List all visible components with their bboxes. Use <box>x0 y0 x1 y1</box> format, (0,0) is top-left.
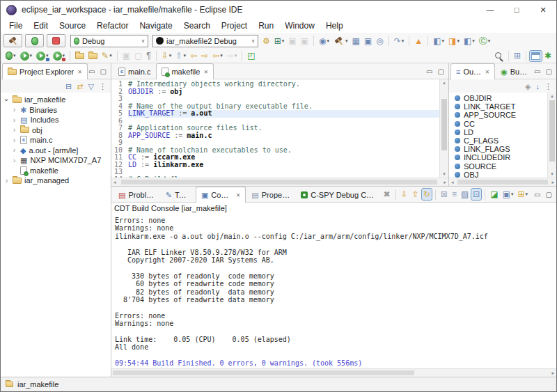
search-source-icon[interactable]: ◎ <box>375 36 384 47</box>
link-with-editor-icon[interactable]: ⇄ <box>75 81 84 92</box>
menu-edit[interactable]: Edit <box>28 19 54 32</box>
tab-tasks[interactable]: ✎Tasks <box>160 187 196 202</box>
back-curved-icon[interactable]: ⇦ <box>189 50 198 61</box>
sort-alphabetically-icon[interactable]: ↓ <box>535 81 542 92</box>
show-whitespace-icon[interactable]: ¶ <box>145 50 152 61</box>
clear-console-icon[interactable]: ▨ <box>460 189 470 200</box>
open-perspective-icon[interactable]: ⊞ <box>512 50 522 61</box>
new-window-icon[interactable]: ◰ <box>246 50 256 61</box>
outline-item-app-source[interactable]: APP_SOURCE <box>449 111 547 119</box>
next-annotation-icon[interactable]: ⇧▾ <box>174 50 187 61</box>
tree-collapsed-arrow-icon[interactable]: › <box>11 137 17 143</box>
scrollbar-thumb[interactable] <box>457 180 548 185</box>
tree-collapsed-arrow-icon[interactable]: › <box>11 157 17 164</box>
tab-project-explorer[interactable]: Project Explorer✕ <box>2 63 88 79</box>
profile-icon[interactable]: ▾ <box>52 50 67 62</box>
tree-item-makefile[interactable]: makefile <box>1 166 111 176</box>
build-config-combo[interactable]: Debug ∨ <box>70 35 148 47</box>
tab-makefile[interactable]: makefile✕ <box>156 63 214 79</box>
new-file-wizard-icon[interactable]: ◧▾ <box>462 36 476 47</box>
launch-group-icon[interactable]: Ⓒ▾ <box>478 36 492 47</box>
tree-item-iar-makefile[interactable]: ›iar_makefile <box>1 95 111 105</box>
view-menu-icon[interactable]: ⋮ <box>97 81 108 92</box>
maximize-view-icon[interactable]: ▢ <box>100 68 107 75</box>
tree-item-nxp-mcimx7d7-a7[interactable]: ›▦NXP MCIMX7D7_A7 <box>1 155 111 166</box>
mark-occurrences-icon[interactable]: ✎▾ <box>100 50 113 61</box>
menu-run[interactable]: Run <box>253 19 279 32</box>
menu-project[interactable]: Project <box>216 19 253 32</box>
maximize-view-icon[interactable]: ▢ <box>546 191 552 198</box>
tree-collapsed-arrow-icon[interactable]: › <box>11 127 17 133</box>
close-console-icon[interactable]: ✖ <box>382 189 392 200</box>
console-output[interactable]: Errors: noneWarnings: noneilinkarm.exe -… <box>111 214 556 368</box>
new-cpp-project-icon[interactable]: ◨▾ <box>447 36 461 47</box>
outline-horizontal-scrollbar[interactable]: ◂ ▸ <box>449 178 556 186</box>
tab-properties[interactable]: ▤Properties <box>246 187 295 202</box>
outline-item-source[interactable]: SOURCE <box>449 162 547 171</box>
debug-perspective-button[interactable]: ✱ <box>543 50 553 61</box>
iar-build-button[interactable] <box>3 34 22 47</box>
tree-item-main-c[interactable]: ›main.c <box>1 135 111 146</box>
editor-vertical-scrollbar[interactable]: ▴ ▾ <box>439 79 448 178</box>
minimize-view-icon[interactable]: ▭ <box>426 68 432 75</box>
tree-item-obj[interactable]: ›obj <box>1 125 111 136</box>
tree-collapsed-arrow-icon[interactable]: › <box>11 117 17 123</box>
debug-config-icon[interactable]: ◉▾ <box>317 36 331 47</box>
build-all-icon[interactable]: ▦ <box>351 36 361 47</box>
menu-window[interactable]: Window <box>279 19 320 32</box>
scrollbar-thumb[interactable] <box>121 180 437 185</box>
custom-filter-icon[interactable]: ◈ <box>524 81 532 92</box>
search-icon[interactable] <box>493 50 505 62</box>
tree-item-iar-managed[interactable]: ›iar_managed <box>1 175 111 186</box>
new-c-project-icon[interactable]: ◧▾ <box>432 36 446 47</box>
word-wrap-icon[interactable]: ≡ <box>450 189 458 200</box>
launch-settings-button[interactable]: ⚙ <box>261 36 272 47</box>
display-console-icon[interactable]: ▣▾ <box>501 189 515 200</box>
run-coverage-icon[interactable]: ▾ <box>35 50 50 62</box>
open-console-icon[interactable]: ⊞▾ <box>517 189 530 200</box>
outline-vertical-scrollbar[interactable]: ▴ ▾ <box>547 93 556 178</box>
iar-debug-button[interactable] <box>25 34 44 47</box>
outline-item-includedir[interactable]: INCLUDEDIR <box>449 153 547 162</box>
next-error-icon[interactable]: ⇩ <box>400 189 409 200</box>
editor-horizontal-scrollbar[interactable]: ◂ ▸ <box>111 178 448 186</box>
tab-build-targets[interactable]: ◉Build... <box>495 63 534 79</box>
tree-item-includes[interactable]: ›▤Includes <box>1 115 111 125</box>
tab-console[interactable]: ▣Console✕ <box>196 187 246 203</box>
minimize-view-icon[interactable]: ▭ <box>534 68 540 75</box>
tab-main-c[interactable]: main.c <box>113 63 156 79</box>
minimize-view-icon[interactable]: ▭ <box>534 191 540 198</box>
iar-stop-button[interactable] <box>47 34 65 47</box>
run-icon[interactable]: ▾ <box>19 50 34 62</box>
outline-item-link-target[interactable]: LINK_TARGET <box>449 102 547 111</box>
open-folder-icon[interactable] <box>74 52 86 61</box>
tab-problems[interactable]: ▤Problems <box>113 187 160 202</box>
last-edit-location-icon[interactable]: ⇩▾ <box>160 50 173 61</box>
scrollbar-thumb[interactable] <box>441 99 447 150</box>
scroll-lock-icon[interactable]: ⊡ <box>471 189 481 200</box>
minimize-button[interactable]: — <box>477 1 503 19</box>
outline-item-objdir[interactable]: OBJDIR <box>449 94 547 102</box>
editor-content[interactable]: 1# Intermediary objects working director… <box>111 79 439 178</box>
menu-search[interactable]: Search <box>178 19 216 32</box>
previous-error-icon[interactable]: ⇧ <box>411 189 421 200</box>
maximize-view-icon[interactable]: ▢ <box>438 68 444 75</box>
build-icon[interactable]: ▾ <box>332 35 350 47</box>
close-button[interactable]: ✕ <box>530 1 556 19</box>
menu-help[interactable]: Help <box>320 19 349 32</box>
tab-cspy-debug-console[interactable]: C-SPY Debug Console <box>295 187 381 202</box>
tree-collapsed-arrow-icon[interactable]: › <box>11 107 17 113</box>
menu-source[interactable]: Source <box>54 19 91 32</box>
tree-collapsed-arrow-icon[interactable]: › <box>11 147 17 153</box>
new-wizard-icon[interactable]: ⊞▾ <box>273 36 286 47</box>
menu-navigate[interactable]: Navigate <box>134 19 178 32</box>
scrollbar-thumb[interactable] <box>113 370 414 375</box>
lock-scroll-icon[interactable]: ⊠ <box>439 189 449 200</box>
collapse-all-icon[interactable]: ⊟ <box>64 81 73 92</box>
console-display-icon[interactable]: ▣ <box>363 36 373 47</box>
scrollbar-thumb[interactable] <box>549 100 555 162</box>
maximize-view-icon[interactable]: ▢ <box>546 68 552 75</box>
outline-item-cc[interactable]: CC <box>449 120 547 128</box>
outline-item-ld[interactable]: LD <box>449 128 547 136</box>
tree-collapsed-arrow-icon[interactable]: › <box>3 178 10 184</box>
